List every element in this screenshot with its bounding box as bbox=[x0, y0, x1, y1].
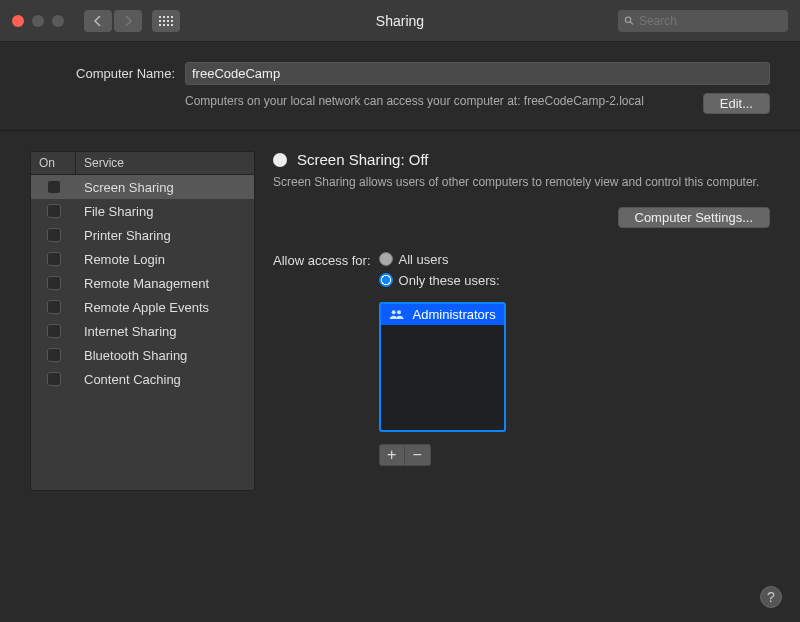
service-row[interactable]: Remote Apple Events bbox=[31, 295, 254, 319]
service-row[interactable]: Remote Management bbox=[31, 271, 254, 295]
users-list[interactable]: Administrators bbox=[379, 302, 506, 432]
main-content: On Service Screen SharingFile SharingPri… bbox=[0, 131, 800, 511]
radio-icon bbox=[379, 273, 393, 287]
svg-point-3 bbox=[397, 310, 401, 314]
service-label: Printer Sharing bbox=[76, 228, 254, 243]
service-row[interactable]: Printer Sharing bbox=[31, 223, 254, 247]
service-label: File Sharing bbox=[76, 204, 254, 219]
service-row[interactable]: Internet Sharing bbox=[31, 319, 254, 343]
status-indicator-icon bbox=[273, 153, 287, 167]
add-user-button[interactable]: + bbox=[379, 444, 405, 466]
service-row[interactable]: Remote Login bbox=[31, 247, 254, 271]
window-controls bbox=[12, 15, 64, 27]
service-checkbox[interactable] bbox=[47, 348, 61, 362]
svg-line-1 bbox=[630, 21, 633, 24]
service-checkbox[interactable] bbox=[47, 324, 61, 338]
service-row[interactable]: File Sharing bbox=[31, 199, 254, 223]
help-button[interactable]: ? bbox=[760, 586, 782, 608]
chevron-left-icon bbox=[94, 16, 102, 26]
grid-icon bbox=[159, 16, 173, 26]
service-label: Screen Sharing bbox=[76, 180, 254, 195]
window-title: Sharing bbox=[376, 13, 424, 29]
service-detail-pane: Screen Sharing: Off Screen Sharing allow… bbox=[273, 151, 770, 491]
svg-point-0 bbox=[625, 16, 630, 21]
radio-only-users[interactable]: Only these users: bbox=[379, 273, 506, 288]
services-table: On Service Screen SharingFile SharingPri… bbox=[30, 151, 255, 491]
service-row[interactable]: Screen Sharing bbox=[31, 175, 254, 199]
col-header-on[interactable]: On bbox=[31, 152, 76, 174]
search-field[interactable] bbox=[618, 10, 788, 32]
maximize-button[interactable] bbox=[52, 15, 64, 27]
titlebar: Sharing bbox=[0, 0, 800, 42]
service-checkbox[interactable] bbox=[47, 300, 61, 314]
service-label: Remote Login bbox=[76, 252, 254, 267]
status-row: Screen Sharing: Off bbox=[273, 151, 770, 168]
radio-only-label: Only these users: bbox=[399, 273, 500, 288]
services-body: Screen SharingFile SharingPrinter Sharin… bbox=[31, 175, 254, 391]
service-label: Remote Apple Events bbox=[76, 300, 254, 315]
service-checkbox[interactable] bbox=[47, 180, 61, 194]
service-checkbox[interactable] bbox=[47, 228, 61, 242]
access-label: Allow access for: bbox=[273, 252, 371, 268]
remove-user-button[interactable]: − bbox=[405, 444, 431, 466]
access-radio-group: All users Only these users: Administrato… bbox=[379, 252, 506, 466]
computer-name-input[interactable] bbox=[185, 62, 770, 85]
user-row-label: Administrators bbox=[413, 307, 496, 322]
back-button[interactable] bbox=[84, 10, 112, 32]
nav-group bbox=[84, 10, 142, 32]
service-label: Internet Sharing bbox=[76, 324, 254, 339]
col-header-service[interactable]: Service bbox=[76, 152, 254, 174]
computer-name-description: Computers on your local network can acce… bbox=[185, 93, 693, 110]
radio-icon bbox=[379, 252, 393, 266]
chevron-right-icon bbox=[124, 16, 132, 26]
service-row[interactable]: Content Caching bbox=[31, 367, 254, 391]
users-group-icon bbox=[389, 307, 405, 321]
forward-button[interactable] bbox=[114, 10, 142, 32]
service-label: Remote Management bbox=[76, 276, 254, 291]
search-input[interactable] bbox=[639, 14, 782, 28]
service-label: Content Caching bbox=[76, 372, 254, 387]
service-checkbox[interactable] bbox=[47, 204, 61, 218]
radio-all-users[interactable]: All users bbox=[379, 252, 506, 267]
edit-button[interactable]: Edit... bbox=[703, 93, 770, 114]
add-remove-group: + − bbox=[379, 444, 506, 466]
access-row: Allow access for: All users Only these u… bbox=[273, 252, 770, 466]
search-icon bbox=[624, 15, 635, 27]
minimize-button[interactable] bbox=[32, 15, 44, 27]
computer-settings-button[interactable]: Computer Settings... bbox=[618, 207, 771, 228]
service-checkbox[interactable] bbox=[47, 252, 61, 266]
computer-name-label: Computer Name: bbox=[30, 66, 175, 81]
service-description: Screen Sharing allows users of other com… bbox=[273, 174, 770, 191]
user-row[interactable]: Administrators bbox=[381, 304, 504, 325]
service-checkbox[interactable] bbox=[47, 372, 61, 386]
svg-point-2 bbox=[391, 310, 395, 314]
service-row[interactable]: Bluetooth Sharing bbox=[31, 343, 254, 367]
show-all-button[interactable] bbox=[152, 10, 180, 32]
services-header: On Service bbox=[31, 152, 254, 175]
computer-name-section: Computer Name: Computers on your local n… bbox=[0, 42, 800, 131]
service-checkbox[interactable] bbox=[47, 276, 61, 290]
close-button[interactable] bbox=[12, 15, 24, 27]
status-text: Screen Sharing: Off bbox=[297, 151, 428, 168]
radio-all-label: All users bbox=[399, 252, 449, 267]
service-label: Bluetooth Sharing bbox=[76, 348, 254, 363]
